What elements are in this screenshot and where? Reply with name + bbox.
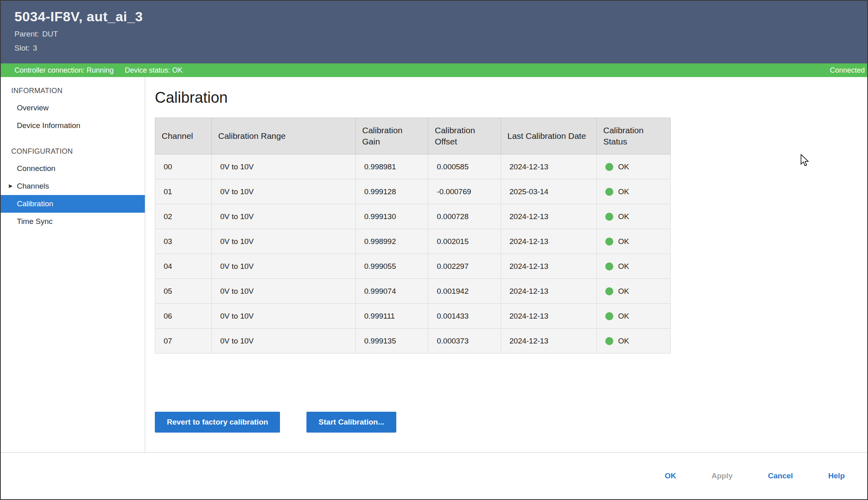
sidebar-item-overview[interactable]: Overview (1, 99, 145, 117)
cell-status: OK (597, 329, 671, 354)
calibration-table: Channel Calibration Range Calibration Ga… (155, 118, 671, 354)
slot-line: Slot:3 (14, 44, 867, 53)
apply-button[interactable]: Apply (712, 472, 733, 480)
cancel-button[interactable]: Cancel (768, 472, 793, 480)
table-row: 06 0V to 10V 0.999111 0.001433 2024-12-1… (155, 304, 671, 329)
cell-channel: 01 (155, 179, 212, 204)
cell-gain: 0.999111 (356, 304, 428, 329)
cell-gain: 0.999074 (356, 279, 428, 304)
sidebar-item-calibration[interactable]: Calibration (1, 195, 145, 213)
cell-date: 2024-12-13 (501, 154, 597, 179)
device-status: Device status: OK (125, 66, 183, 75)
status-ok-icon (605, 163, 613, 171)
body-row: INFORMATION Overview Device Information … (1, 77, 867, 452)
ok-button[interactable]: OK (665, 472, 676, 480)
cell-offset: -0.000769 (428, 179, 501, 204)
cell-date: 2024-12-13 (501, 204, 597, 229)
revert-factory-calibration-button[interactable]: Revert to factory calibration (155, 412, 280, 433)
cell-offset: 0.000373 (428, 329, 501, 354)
cell-status: OK (597, 254, 671, 279)
cell-date: 2024-12-13 (501, 279, 597, 304)
cell-range: 0V to 10V (212, 279, 356, 304)
expand-arrow-icon[interactable]: ▶ (9, 183, 12, 189)
cell-gain: 0.999130 (356, 204, 428, 229)
cell-status: OK (597, 154, 671, 179)
parent-line: Parent:DUT (14, 30, 867, 39)
cell-range: 0V to 10V (212, 204, 356, 229)
column-header-range: Calibration Range (212, 118, 356, 154)
status-ok-icon (605, 262, 613, 270)
sidebar-item-channels-label: Channels (17, 182, 49, 190)
cell-date: 2024-12-13 (501, 304, 597, 329)
table-row: 02 0V to 10V 0.999130 0.000728 2024-12-1… (155, 204, 671, 229)
table-row: 00 0V to 10V 0.998981 0.000585 2024-12-1… (155, 154, 671, 179)
cell-offset: 0.000585 (428, 154, 501, 179)
cell-range: 0V to 10V (212, 304, 356, 329)
column-header-status: Calibration Status (597, 118, 671, 154)
status-ok-icon (605, 188, 613, 196)
status-text: OK (618, 337, 629, 346)
cell-channel: 00 (155, 154, 212, 179)
help-button[interactable]: Help (828, 472, 845, 480)
table-row: 04 0V to 10V 0.999055 0.002297 2024-12-1… (155, 254, 671, 279)
sidebar-item-time-sync[interactable]: Time Sync (1, 213, 145, 230)
app-header: 5034-IF8V, aut_ai_3 Parent:DUT Slot:3 (1, 1, 867, 63)
cell-gain: 0.999128 (356, 179, 428, 204)
column-header-gain: Calibration Gain (356, 118, 428, 154)
status-bar: Controller connection: Running Device st… (1, 63, 867, 77)
cell-offset: 0.001433 (428, 304, 501, 329)
status-ok-icon (605, 287, 613, 295)
cell-status: OK (597, 179, 671, 204)
status-ok-icon (605, 337, 613, 345)
cell-channel: 07 (155, 329, 212, 354)
status-ok-icon (605, 213, 613, 221)
sidebar-section-information: INFORMATION (1, 83, 145, 99)
parent-label: Parent: (14, 30, 39, 38)
cell-date: 2024-12-13 (501, 229, 597, 254)
cell-offset: 0.000728 (428, 204, 501, 229)
action-button-row: Revert to factory calibration Start Cali… (155, 412, 867, 433)
sidebar-item-device-information[interactable]: Device Information (1, 117, 145, 134)
cell-range: 0V to 10V (212, 179, 356, 204)
cell-channel: 02 (155, 204, 212, 229)
cell-range: 0V to 10V (212, 329, 356, 354)
status-text: OK (618, 262, 629, 271)
dialog-footer: OK Apply Cancel Help (1, 453, 867, 499)
status-text: OK (618, 163, 629, 171)
sidebar: INFORMATION Overview Device Information … (1, 77, 145, 452)
sidebar-section-configuration: CONFIGURATION (1, 143, 145, 160)
table-row: 01 0V to 10V 0.999128 -0.000769 2025-03-… (155, 179, 671, 204)
status-text: OK (618, 237, 629, 246)
column-header-offset: Calibration Offset (428, 118, 501, 154)
connection-state: Connected (830, 66, 865, 75)
cell-status: OK (597, 279, 671, 304)
status-text: OK (618, 212, 629, 221)
cell-date: 2024-12-13 (501, 254, 597, 279)
device-configuration-window: 5034-IF8V, aut_ai_3 Parent:DUT Slot:3 Co… (0, 0, 868, 500)
cell-offset: 0.001942 (428, 279, 501, 304)
start-calibration-button[interactable]: Start Calibration... (306, 412, 396, 433)
table-row: 07 0V to 10V 0.999135 0.000373 2024-12-1… (155, 329, 671, 354)
cell-channel: 03 (155, 229, 212, 254)
status-ok-icon (605, 312, 613, 320)
status-text: OK (618, 312, 629, 321)
parent-value: DUT (42, 30, 58, 38)
cell-range: 0V to 10V (212, 254, 356, 279)
cell-gain: 0.998992 (356, 229, 428, 254)
sidebar-item-channels[interactable]: ▶ Channels (1, 177, 145, 195)
table-row: 05 0V to 10V 0.999074 0.001942 2024-12-1… (155, 279, 671, 304)
controller-connection-status: Controller connection: Running (14, 66, 114, 75)
table-row: 03 0V to 10V 0.998992 0.002015 2024-12-1… (155, 229, 671, 254)
cell-status: OK (597, 229, 671, 254)
cell-status: OK (597, 204, 671, 229)
slot-value: 3 (33, 44, 37, 52)
status-ok-icon (605, 238, 613, 246)
cell-range: 0V to 10V (212, 154, 356, 179)
cell-status: OK (597, 304, 671, 329)
cell-date: 2025-03-14 (501, 179, 597, 204)
sidebar-item-connection[interactable]: Connection (1, 160, 145, 177)
cell-offset: 0.002297 (428, 254, 501, 279)
slot-label: Slot: (14, 44, 30, 52)
status-text: OK (618, 187, 629, 196)
column-header-date: Last Calibration Date (501, 118, 597, 154)
